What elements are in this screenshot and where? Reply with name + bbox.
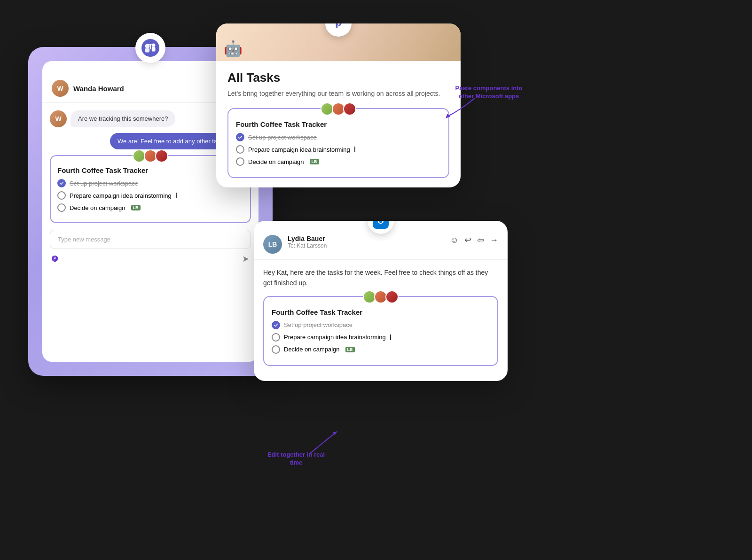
task-text-3: Decide on campaign <box>70 204 125 211</box>
outlook-body: Hey Kat, here are the tasks for the week… <box>254 260 508 381</box>
outlook-actions: ☺ ↩ ⇦ → <box>450 235 498 245</box>
sender-info: Lydia Bauer To: Kat Larsson <box>288 235 445 249</box>
checkbox-done-1[interactable] <box>57 179 66 187</box>
message-input-placeholder: Type new message <box>58 236 243 243</box>
outlook-task-item-3[interactable]: Decide on campaign LB <box>272 345 490 354</box>
teams-icon: T <box>135 33 165 63</box>
checkbox-empty-3[interactable] <box>57 203 66 212</box>
task-card-title: Fourth Coffee Task Tracker <box>57 166 243 174</box>
send-icon[interactable]: ➤ <box>242 254 249 264</box>
task-text-2: Prepare campaign idea brainstorming <box>70 192 172 199</box>
message-input-area[interactable]: Type new message <box>50 230 251 249</box>
svg-rect-3 <box>152 47 156 52</box>
loop-card: 𝗽 🤖 All Tasks Let's bring together every… <box>216 23 461 187</box>
svg-marker-10 <box>446 114 450 118</box>
outlook-checkbox-empty-2[interactable] <box>272 333 280 342</box>
avatar-3 <box>155 149 168 163</box>
to-label: To: Kat Larsson <box>288 242 445 249</box>
svg-point-4 <box>145 44 150 48</box>
loop-checkbox-empty-3[interactable] <box>236 157 244 166</box>
lb-badge: LB <box>131 205 141 210</box>
robot-emoji: 🤖 <box>224 39 243 57</box>
task-text-1: Set up project workspace <box>70 180 138 187</box>
loop-app-icon: 𝗽 <box>330 23 347 32</box>
loop-task-text-2: Prepare campaign idea brainstorming <box>248 146 350 153</box>
outlook-task-avatars <box>363 290 399 303</box>
outlook-cursor-blink <box>390 334 391 340</box>
emoji-icon[interactable]: ☺ <box>450 235 459 245</box>
loop-task-text-3: Decide on campaign <box>248 158 304 165</box>
user-name: Wanda Howard <box>73 85 229 93</box>
loop-checkbox-empty-2[interactable] <box>236 145 244 154</box>
wanda-avatar: W <box>52 80 69 97</box>
lydia-avatar: LB <box>263 235 282 254</box>
outlook-task-text-3: Decide on campaign <box>284 346 340 353</box>
outlook-checkbox-done-1[interactable] <box>272 321 280 329</box>
loop-task-title: Fourth Coffee Task Tracker <box>236 120 441 128</box>
loop-task-item-3[interactable]: Decide on campaign LB <box>236 157 441 166</box>
loop-task-avatars <box>321 102 356 116</box>
loop-checkbox-done-1[interactable] <box>236 133 244 141</box>
reply-all-icon[interactable]: ⇦ <box>477 235 484 245</box>
svg-point-2 <box>152 44 156 47</box>
outlook-task-card: Fourth Coffee Task Tracker Set up projec… <box>263 296 498 366</box>
outlook-task-item-2[interactable]: Prepare campaign idea brainstorming <box>272 333 490 342</box>
chat-bubble-left: Are we tracking this somewhere? <box>70 110 175 127</box>
task-item-1[interactable]: Set up project workspace <box>57 179 243 187</box>
message-actions: 🅟 ➤ <box>50 254 251 264</box>
loop-title: All Tasks <box>227 70 449 85</box>
loop-icon-small[interactable]: 🅟 <box>52 255 58 263</box>
sender-name: Lydia Bauer <box>288 235 445 242</box>
outlook-app-icon: O <box>373 221 389 229</box>
task-item-2[interactable]: Prepare campaign idea brainstorming <box>57 191 243 200</box>
sender-avatar: W <box>50 110 67 127</box>
loop-lb-badge: LB <box>310 159 319 164</box>
loop-task-text-1: Set up project workspace <box>248 134 317 141</box>
loop-avatar-3 <box>343 102 356 116</box>
checkbox-empty-2[interactable] <box>57 191 66 200</box>
svg-text:O: O <box>377 221 384 226</box>
loop-task-item-1[interactable]: Set up project workspace <box>236 133 441 141</box>
forward-icon[interactable]: → <box>490 235 498 245</box>
cursor-blink <box>176 193 177 198</box>
loop-task-card: Fourth Coffee Task Tracker Set up projec… <box>227 108 449 178</box>
loop-task-item-2[interactable]: Prepare campaign idea brainstorming <box>236 145 441 154</box>
loop-cursor-blink <box>354 147 355 152</box>
outlook-avatar-3 <box>385 290 399 303</box>
outlook-checkbox-empty-3[interactable] <box>272 345 280 354</box>
outlook-lb-badge: LB <box>345 347 355 352</box>
task-card-avatars <box>133 149 168 163</box>
outlook-task-text-2: Prepare campaign idea brainstorming <box>284 334 386 341</box>
svg-text:𝗽: 𝗽 <box>335 23 342 28</box>
svg-rect-5 <box>145 48 150 53</box>
outlook-message-text: Hey Kat, here are the tasks for the week… <box>263 267 498 288</box>
annotation-edit: Edit together in real time <box>263 451 329 467</box>
outlook-task-title: Fourth Coffee Task Tracker <box>272 308 490 316</box>
reply-icon[interactable]: ↩ <box>464 235 471 245</box>
outlook-card: O LB Lydia Bauer To: Kat Larsson ☺ ↩ ⇦ →… <box>254 221 508 381</box>
annotation-paste: Paste components into other Microsoft ap… <box>451 85 526 101</box>
outlook-task-text-1: Set up project workspace <box>284 321 352 328</box>
task-item-3[interactable]: Decide on campaign LB <box>57 203 243 212</box>
loop-content: All Tasks Let's bring together everythin… <box>216 61 461 187</box>
loop-desc: Let's bring together everything our team… <box>227 89 449 99</box>
outlook-task-item-1[interactable]: Set up project workspace <box>272 321 490 329</box>
